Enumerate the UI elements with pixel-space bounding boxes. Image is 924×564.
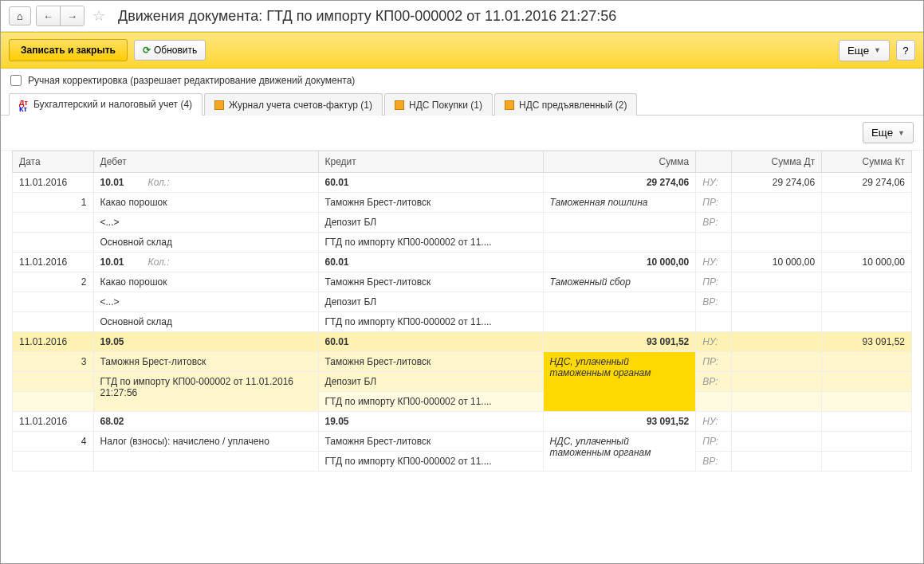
col-credit[interactable]: Кредит	[318, 151, 543, 173]
refresh-button[interactable]: ⟳ Обновить	[134, 40, 206, 61]
table-row[interactable]: <...> Депозит БЛ ВР:	[13, 213, 912, 233]
table-row[interactable]: 3 Таможня Брест-литовск Таможня Брест-ли…	[13, 352, 912, 372]
col-sum-dt[interactable]: Сумма Дт	[732, 151, 822, 173]
tab-vat-presented[interactable]: НДС предъявленный (2)	[494, 93, 637, 116]
cell-empty	[732, 352, 822, 372]
col-date[interactable]: Дата	[13, 151, 94, 173]
cell-credit-acc: 60.01	[318, 332, 543, 352]
cell-date: 11.01.2016	[13, 412, 94, 432]
cell-empty	[732, 372, 822, 392]
cell-empty	[543, 233, 696, 253]
table-row[interactable]: Основной склад ГТД по импорту КП00-00000…	[13, 233, 912, 253]
back-button[interactable]: ←	[37, 6, 61, 25]
cell-empty	[822, 292, 912, 312]
manual-edit-checkbox[interactable]	[10, 75, 22, 86]
favorite-star-icon[interactable]: ☆	[89, 7, 108, 25]
refresh-icon: ⟳	[143, 45, 151, 56]
col-sum[interactable]: Сумма	[543, 151, 696, 173]
more-label: Еще	[847, 45, 869, 57]
sub-more-label: Еще	[871, 127, 893, 139]
tab-accounting[interactable]: ДтКт Бухгалтерский и налоговый учет (4)	[9, 93, 202, 116]
cell-date: 11.01.2016	[13, 332, 94, 352]
cell-empty	[732, 432, 822, 452]
col-debit[interactable]: Дебет	[93, 151, 318, 173]
table-row[interactable]: 2 Какао порошок Таможня Брест-литовск Та…	[13, 272, 912, 292]
cell-debit-acc: 10.01 Кол.:	[93, 173, 318, 193]
cell-debit-acc: 68.02	[93, 412, 318, 432]
table-row[interactable]: 11.01.2016 68.02 19.05 93 091,52 НУ:	[13, 412, 912, 432]
cell-empty	[732, 452, 822, 472]
tab-vat-purchases[interactable]: НДС Покупки (1)	[384, 93, 493, 116]
forward-button[interactable]: →	[61, 6, 84, 25]
table-row[interactable]: 11.01.2016 19.05 60.01 93 091,52 НУ: 93 …	[13, 332, 912, 352]
cell-d3: Основной склад	[93, 312, 318, 332]
table-row[interactable]: Основной склад ГТД по импорту КП00-00000…	[13, 312, 912, 332]
manual-edit-row: Ручная корректировка (разрешает редактир…	[1, 69, 923, 92]
cell-empty	[732, 193, 822, 213]
tab-invoice-journal[interactable]: Журнал учета счетов-фактур (1)	[204, 93, 383, 116]
cell-empty	[822, 352, 912, 372]
cell-empty	[822, 392, 912, 412]
top-toolbar: ⌂ ← → ☆ Движения документа: ГТД по импор…	[1, 1, 923, 32]
table-row[interactable]: 11.01.2016 10.01 Кол.: 60.01 29 274,06 Н…	[13, 173, 912, 193]
home-button[interactable]: ⌂	[9, 6, 31, 25]
cell-c3: ГТД по импорту КП00-000002 от 11....	[318, 312, 543, 332]
cell-tag: ВР:	[696, 372, 732, 392]
cell-c3: ГТД по импорту КП00-000002 от 11....	[318, 392, 543, 412]
cell-tag: ПР:	[696, 272, 732, 292]
cell-empty	[543, 312, 696, 332]
tab-label: НДС предъявленный (2)	[519, 100, 627, 111]
register-icon	[395, 100, 404, 110]
table-header-row: Дата Дебет Кредит Сумма Сумма Дт Сумма К…	[13, 151, 912, 173]
cell-sum-kt: 10 000,00	[822, 253, 912, 272]
cell-empty	[822, 432, 912, 452]
cell-d2	[93, 452, 318, 472]
cell-tag: НУ:	[696, 173, 732, 193]
cell-tag: НУ:	[696, 253, 732, 272]
cell-sum-kt	[822, 412, 912, 432]
col-sum-kt[interactable]: Сумма Кт	[822, 151, 912, 173]
cell-empty	[13, 213, 94, 233]
cell-c1: Таможня Брест-литовск	[318, 352, 543, 372]
table-row[interactable]: 1 Какао порошок Таможня Брест-литовск Та…	[13, 193, 912, 213]
table-row[interactable]: ГТД по импорту КП00-000002 от 11.... ВР:	[13, 452, 912, 472]
table-row[interactable]: <...> Депозит БЛ ВР:	[13, 292, 912, 312]
cell-tag: ПР:	[696, 352, 732, 372]
nav-group: ← →	[36, 6, 85, 26]
cell-sum: 29 274,06	[543, 173, 696, 193]
cell-d2: ГТД по импорту КП00-000002 от 11.01.2016…	[93, 372, 318, 412]
cell-empty	[822, 312, 912, 332]
help-button[interactable]: ?	[896, 40, 915, 61]
cell-empty	[732, 392, 822, 412]
sub-more-button[interactable]: Еще ▼	[863, 122, 914, 143]
cell-empty	[732, 213, 822, 233]
cell-d1: Какао порошок	[93, 193, 318, 213]
table-wrap: Дата Дебет Кредит Сумма Сумма Дт Сумма К…	[1, 151, 923, 472]
cell-n: 3	[13, 352, 94, 372]
cell-sum-dt	[732, 332, 822, 352]
cell-n: 2	[13, 272, 94, 292]
manual-edit-label: Ручная корректировка (разрешает редактир…	[28, 75, 355, 86]
cell-credit-acc: 60.01	[318, 253, 543, 272]
more-button[interactable]: Еще ▼	[839, 40, 890, 61]
postings-table: Дата Дебет Кредит Сумма Сумма Дт Сумма К…	[12, 151, 912, 472]
cell-debit-acc: 19.05	[93, 332, 318, 352]
save-close-button[interactable]: Записать и закрыть	[9, 39, 128, 61]
cell-empty	[696, 312, 732, 332]
cell-empty	[13, 452, 94, 472]
cell-empty	[543, 292, 696, 312]
table-row[interactable]: ГТД по импорту КП00-000002 от 11.01.2016…	[13, 372, 912, 392]
cell-tag: НУ:	[696, 332, 732, 352]
cell-date: 11.01.2016	[13, 253, 94, 272]
cell-tag: НУ:	[696, 412, 732, 432]
cell-empty	[822, 213, 912, 233]
cell-s1: Таможенный сбор	[543, 272, 696, 292]
col-tag[interactable]	[696, 151, 732, 173]
arrow-right-icon: →	[67, 10, 77, 22]
cell-s1: НДС, уплаченный таможенным органам	[543, 352, 696, 412]
cell-empty	[822, 193, 912, 213]
tab-label: Журнал учета счетов-фактур (1)	[229, 100, 372, 111]
table-row[interactable]: 11.01.2016 10.01 Кол.: 60.01 10 000,00 Н…	[13, 253, 912, 272]
table-row[interactable]: 4 Налог (взносы): начислено / уплачено Т…	[13, 432, 912, 452]
cell-tag: ВР:	[696, 452, 732, 472]
